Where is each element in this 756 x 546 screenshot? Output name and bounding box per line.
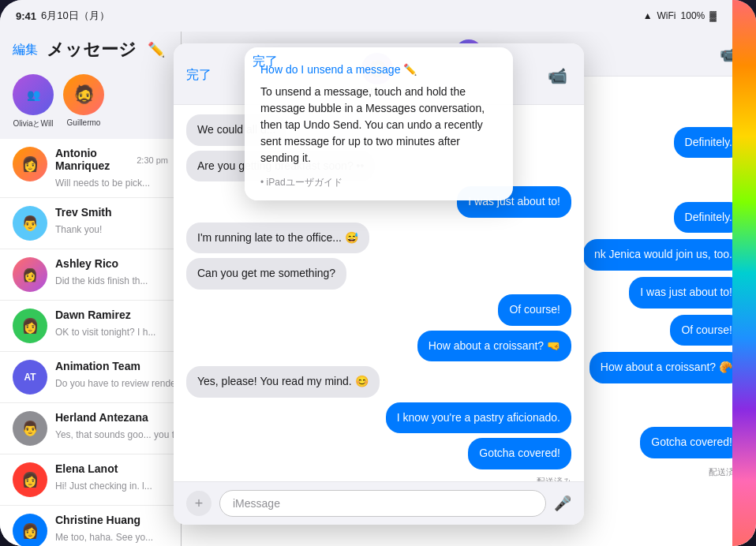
chat-msg-6: Of course! <box>186 294 571 326</box>
conv-name-herland: Herland Antezana <box>55 411 148 424</box>
conv-name-animation: Animation Team <box>55 360 140 372</box>
conv-item-trev[interactable]: 👨 Trev Smith Thank you! <box>0 198 181 249</box>
status-time: 9:41 <box>16 10 36 22</box>
conv-content-herland: Herland Antezana Yes, that sounds goo...… <box>55 411 168 441</box>
conv-item-antonio[interactable]: 👩 Antonio Manriquez 2:30 pm Will needs t… <box>0 139 181 198</box>
delivered-label: 配送済み <box>186 476 571 481</box>
avatar-item-olivia-will[interactable]: 👥 OliviaとWill <box>13 74 54 129</box>
message-input[interactable]: iMessage <box>219 490 546 517</box>
conv-preview-christine: Me too, haha. See yo... <box>55 532 153 543</box>
chat-bubble-7: How about a croissant? 🤜 <box>417 331 571 362</box>
conv-name-christine: Christine Huang <box>55 514 140 526</box>
status-icons: ▲ WiFi 100% ▓ <box>643 10 717 21</box>
conv-content-trev: Trev Smith Thank you! <box>55 206 168 236</box>
chat-bubble-6: Of course! <box>498 294 571 326</box>
conv-avatar-trev: 👨 <box>13 206 47 241</box>
sidebar-header: 編集 メッセージ ✏️ <box>0 32 181 68</box>
avatar-guillermo: 🧔 <box>63 74 104 115</box>
conv-item-ashley[interactable]: 👩 Ashley Rico Did the kids finish th... <box>0 249 181 301</box>
siri-done-button[interactable]: 完了 <box>253 47 278 77</box>
bg-bubble-10: Gotcha covered! <box>640 427 743 458</box>
new-message-button[interactable]: ✏️ <box>144 38 168 62</box>
input-placeholder: iMessage <box>233 497 280 510</box>
chat-input-area: + iMessage 🎤 <box>174 481 584 525</box>
conv-avatar-elena: 👩 <box>13 462 47 497</box>
avatar-label-olivia-will: OliviaとWill <box>13 118 53 129</box>
chat-bubble-5: Can you get me something? <box>186 258 346 290</box>
conv-item-herland[interactable]: 👨 Herland Antezana Yes, that sounds goo.… <box>0 403 181 454</box>
conv-preview-dawn: OK to visit tonight? I h... <box>55 327 155 338</box>
chat-done-button[interactable]: 完了 <box>186 67 211 84</box>
conv-header-antonio: Antonio Manriquez 2:30 pm <box>55 147 168 174</box>
conv-content-elena: Elena Lanot Hi! Just checking in. l... <box>55 462 168 492</box>
conv-header-herland: Herland Antezana <box>55 411 168 425</box>
bg-bubble-8: How about a croissant? 🥐 <box>589 352 743 383</box>
conv-item-elena[interactable]: 👩 Elena Lanot Hi! Just checking in. l... <box>0 454 181 506</box>
battery-icon: ▓ <box>709 10 717 21</box>
add-attachment-button[interactable]: + <box>186 491 211 516</box>
conv-avatar-christine: 👩 <box>13 514 47 546</box>
video-call-icon[interactable]: 📹 <box>543 62 571 90</box>
conv-avatar-animation: AT <box>13 360 47 395</box>
conv-preview-animation: Do you have to review renders together n… <box>55 378 181 389</box>
conv-preview-antonio: Will needs to be pick... <box>55 178 150 189</box>
conv-header-trev: Trev Smith <box>55 206 168 220</box>
avatar-row: 👥 OliviaとWill 🧔 Guillermo <box>0 68 181 139</box>
battery-label: 100% <box>681 10 705 21</box>
conv-header-dawn: Dawn Ramirez <box>55 309 168 323</box>
siri-source: • iPadユーザガイド <box>260 176 497 189</box>
siri-popup: 完了 How do I unsend a message ✏️ To unsen… <box>245 47 513 200</box>
conv-item-animation[interactable]: AT Animation Team Do you have to review … <box>0 352 181 403</box>
status-date: 6月10日（月） <box>41 9 110 23</box>
conv-header-animation: Animation Team <box>55 360 168 374</box>
conv-avatar-ashley: 👩 <box>13 257 47 292</box>
conv-time-antonio: 2:30 pm <box>137 155 168 165</box>
siri-content: How do I unsend a message ✏️ To unsend a… <box>260 63 497 189</box>
conv-content-antonio: Antonio Manriquez 2:30 pm Will needs to … <box>55 147 168 189</box>
rainbow-edge <box>732 0 756 546</box>
avatar-label-guillermo: Guillermo <box>67 118 101 127</box>
conv-name-elena: Elena Lanot <box>55 462 118 475</box>
conv-avatar-antonio: 👩 <box>13 147 47 181</box>
chat-msg-9: I know you're a pastry aficionado. <box>186 402 571 434</box>
chat-msg-10: Gotcha covered! <box>186 438 571 469</box>
conv-name-antonio: Antonio Manriquez <box>55 147 137 172</box>
chat-msg-8: Yes, please! You read my mind. 😊 <box>186 366 571 398</box>
conv-content-christine: Christine Huang Me too, haha. See yo... <box>55 514 168 544</box>
conv-item-christine[interactable]: 👩 Christine Huang Me too, haha. See yo..… <box>0 506 181 546</box>
sidebar-title: メッセージ <box>47 38 137 62</box>
chat-msg-7: How about a croissant? 🤜 <box>186 331 571 362</box>
conv-content-dawn: Dawn Ramirez OK to visit tonight? I h... <box>55 309 168 338</box>
chat-bubble-10: Gotcha covered! <box>468 438 571 469</box>
conv-preview-ashley: Did the kids finish th... <box>55 275 148 286</box>
status-left: 9:41 6月10日（月） <box>16 9 110 23</box>
chat-msg-5: Can you get me something? <box>186 258 571 290</box>
conv-preview-elena: Hi! Just checking in. l... <box>55 481 152 492</box>
conv-name-dawn: Dawn Ramirez <box>55 309 131 321</box>
avatar-item-guillermo[interactable]: 🧔 Guillermo <box>63 74 104 129</box>
chat-bubble-4: I'm running late to the office... 😅 <box>186 223 369 254</box>
conv-content-ashley: Ashley Rico Did the kids finish th... <box>55 257 168 287</box>
conv-preview-trev: Thank you! <box>55 224 102 235</box>
conv-item-dawn[interactable]: 👩 Dawn Ramirez OK to visit tonight? I h.… <box>0 301 181 352</box>
avatar-olivia-will: 👥 <box>13 74 54 115</box>
conv-name-ashley: Ashley Rico <box>55 257 118 270</box>
conv-preview-herland: Yes, that sounds goo... you then. <box>55 429 181 440</box>
conv-content-animation: Animation Team Do you have to review ren… <box>55 360 168 390</box>
chat-bubble-8: Yes, please! You read my mind. 😊 <box>186 366 380 398</box>
conversation-list: 👩 Antonio Manriquez 2:30 pm Will needs t… <box>0 139 181 546</box>
wifi-icon: ▲ <box>643 10 653 21</box>
bg-bubble-5: nk Jenica would join us, too. <box>583 239 743 271</box>
conv-header-ashley: Ashley Rico <box>55 257 168 271</box>
ipad-frame: 9:41 6月10日（月） ▲ WiFi 100% ▓ 編集 メッセージ ✏️ … <box>0 0 756 546</box>
conv-avatar-herland: 👨 <box>13 411 47 446</box>
conv-header-elena: Elena Lanot <box>55 462 168 477</box>
chat-bubble-9: I know you're a pastry aficionado. <box>386 402 571 434</box>
edit-button[interactable]: 編集 <box>13 42 38 58</box>
signal-icon: WiFi <box>657 10 676 21</box>
siri-query: How do I unsend a message ✏️ <box>260 63 497 76</box>
conv-name-trev: Trev Smith <box>55 206 112 219</box>
conv-header-christine: Christine Huang <box>55 514 168 528</box>
mic-icon[interactable]: 🎤 <box>554 495 571 512</box>
siri-answer: To unsend a message, touch and hold the … <box>260 84 497 166</box>
